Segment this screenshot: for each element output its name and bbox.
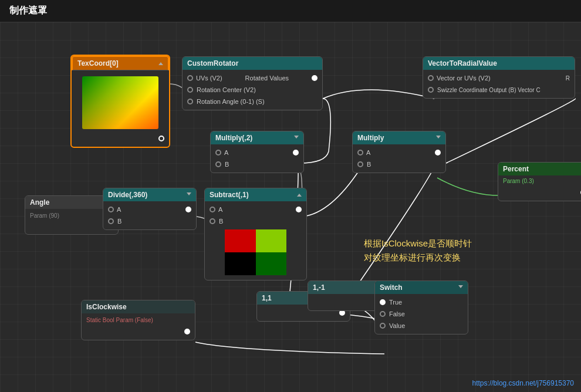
- customrotator-center-pin: [187, 87, 193, 93]
- subtract-out-pin: [296, 207, 302, 212]
- subtract-b-pin: [210, 218, 215, 224]
- vtr-v2-pin: [428, 75, 434, 81]
- multiply-collapse-icon[interactable]: [436, 136, 441, 141]
- multiply2-header: Multiply(,2): [211, 131, 303, 144]
- subtract-header: Subtract(,1): [205, 188, 306, 201]
- node-multiply2[interactable]: Multiply(,2) A B: [210, 131, 304, 173]
- multiply2-row-a: A: [211, 147, 303, 158]
- switch-false-pin: [380, 311, 386, 317]
- switch-false-row: False: [375, 308, 468, 320]
- vtr-swizzle-pin: [428, 87, 434, 93]
- multiply-a-pin: [357, 150, 363, 156]
- node-divide[interactable]: Divide(,360) A B: [103, 188, 197, 230]
- node-subtract[interactable]: Subtract(,1) A B: [204, 188, 307, 281]
- node-vectortoradial[interactable]: VectorToRadialValue Vector or UVs (V2) R…: [423, 56, 575, 99]
- isclockwise-output-row: [82, 326, 195, 337]
- texcoord-collapse-icon[interactable]: [158, 62, 163, 65]
- texcoord-header: TexCoord[0]: [72, 56, 169, 70]
- multiply-out-pin: [435, 150, 441, 156]
- node-multiply[interactable]: Multiply A B: [352, 131, 446, 173]
- multiply-header: Multiply: [353, 131, 445, 144]
- multiply-b-pin: [357, 161, 363, 167]
- divide-b-pin: [108, 218, 114, 224]
- divide-collapse-icon[interactable]: [187, 192, 191, 198]
- multiply2-a-pin: [215, 150, 221, 156]
- multiply2-b-pin: [215, 161, 221, 167]
- customrotator-row3: Rotation Angle (0-1) (S): [183, 96, 322, 107]
- multiply2-out-pin: [293, 150, 299, 156]
- subtract-collapse-icon[interactable]: [297, 194, 302, 197]
- customrotator-header: CustomRotator: [183, 57, 322, 70]
- customrotator-out-pin: [312, 75, 317, 81]
- subtract-row-b: B: [205, 215, 306, 227]
- node-switch[interactable]: Switch True False Value: [374, 281, 468, 334]
- customrotator-uvs-pin: [187, 75, 193, 81]
- website-label: https://blog.csdn.net/j756915370: [472, 379, 574, 387]
- switch-true-pin: [380, 299, 386, 305]
- divide-row-b: B: [103, 215, 196, 227]
- subtract-row-a: A: [205, 204, 306, 215]
- switch-value-pin: [380, 323, 386, 329]
- percent-output-row: [498, 187, 581, 198]
- multiply2-collapse-icon[interactable]: [294, 136, 299, 141]
- percent-header: Percent: [498, 163, 581, 175]
- divide-header: Divide(,360): [103, 188, 196, 201]
- node-texcoord[interactable]: TexCoord[0]: [70, 55, 170, 148]
- multiply-row-b: B: [353, 158, 445, 170]
- page-title: 制作遮罩: [9, 5, 47, 17]
- subtract-a-pin: [210, 207, 215, 212]
- node-percent[interactable]: Percent Param (0.3): [498, 162, 581, 201]
- node-customrotator[interactable]: CustomRotator UVs (V2) Rotated Values Ro…: [182, 56, 323, 110]
- vectortoradial-header: VectorToRadialValue: [423, 57, 575, 70]
- multiply2-row-b: B: [211, 158, 303, 170]
- canvas: TexCoord[0] CustomRotator UVs (V2) Rotat…: [0, 22, 581, 392]
- annotation: 根据IsClockwise是否顺时针 对纹理坐标进行再次变换: [364, 236, 472, 265]
- customrotator-angle-pin: [187, 99, 193, 104]
- title-bar: 制作遮罩: [0, 0, 581, 22]
- switch-header: Switch: [375, 281, 468, 294]
- switch-true-row: True: [375, 296, 468, 308]
- texcoord-output-pin: [158, 136, 164, 141]
- divide-row-a: A: [103, 204, 196, 215]
- node-isclockwise[interactable]: IsClockwise Static Bool Param (False): [81, 300, 195, 340]
- vectortoradial-row2: Swizzle Coordinate Output (B) Vector C: [423, 84, 575, 96]
- isclockwise-out-pin: [184, 329, 190, 334]
- multiply-row-a: A: [353, 147, 445, 158]
- customrotator-row2: Rotation Center (V2): [183, 84, 322, 96]
- isclockwise-header: IsClockwise: [82, 300, 195, 313]
- customrotator-row1: UVs (V2) Rotated Values: [183, 72, 322, 84]
- vectortoradial-row1: Vector or UVs (V2) R: [423, 72, 575, 84]
- divide-out-pin: [185, 207, 191, 212]
- switch-collapse-icon[interactable]: [458, 285, 463, 290]
- texcoord-output-row: [72, 133, 169, 144]
- divide-a-pin: [108, 207, 114, 212]
- switch-value-row: Value: [375, 320, 468, 332]
